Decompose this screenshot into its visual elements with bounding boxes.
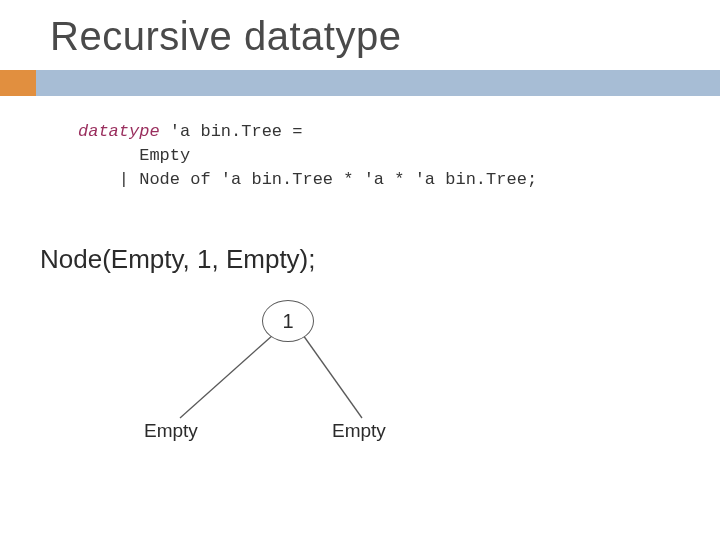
code-block: datatype 'a bin.Tree = Empty | Node of '… bbox=[78, 120, 537, 192]
svg-line-1 bbox=[303, 335, 362, 418]
tree-root-node: 1 bbox=[262, 300, 314, 342]
code-line1-rest: 'a bin.Tree = bbox=[160, 122, 303, 141]
code-line2: Empty bbox=[139, 146, 190, 165]
code-keyword: datatype bbox=[78, 122, 160, 141]
example-expression: Node(Empty, 1, Empty); bbox=[40, 244, 316, 275]
tree-root-label: 1 bbox=[282, 310, 293, 333]
divider-band bbox=[0, 70, 720, 96]
code-line3: | Node of 'a bin.Tree * 'a * 'a bin.Tree… bbox=[119, 170, 537, 189]
svg-line-0 bbox=[180, 335, 273, 418]
divider-accent bbox=[0, 70, 36, 96]
tree-diagram: 1 Empty Empty bbox=[110, 300, 430, 470]
slide: Recursive datatype datatype 'a bin.Tree … bbox=[0, 0, 720, 540]
slide-title: Recursive datatype bbox=[50, 14, 401, 59]
